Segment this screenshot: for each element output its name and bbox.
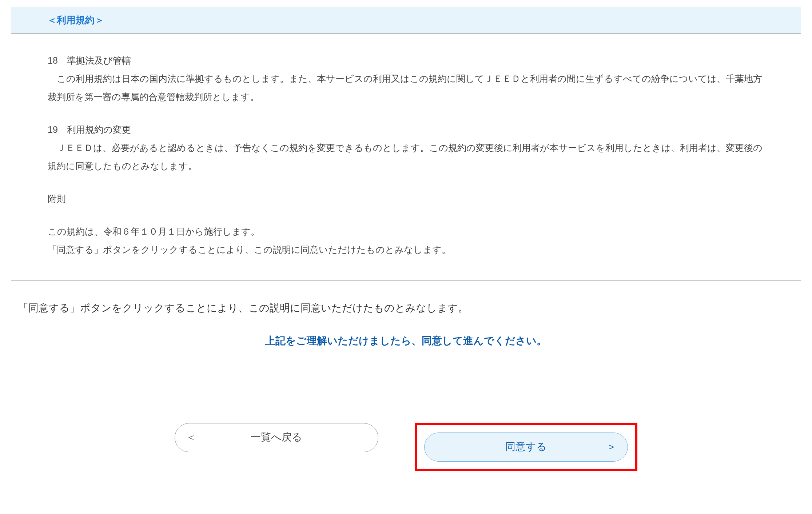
agree-button[interactable]: 同意する ＞ xyxy=(424,433,628,462)
terms-supplement: 附則 xyxy=(48,190,764,208)
terms-content: 18 準拠法及び管轄 この利用規約は日本の国内法に準拠するものとします。また、本… xyxy=(48,33,764,259)
proceed-note-text: 上記をご理解いただけましたら、同意して進んでください。 xyxy=(265,335,547,346)
terms-section-19: 19 利用規約の変更 ＪＥＥＤは、必要があると認めるときは、予告なくこの規約を変… xyxy=(48,120,764,175)
agree-button-label: 同意する xyxy=(505,438,547,456)
consent-note: 「同意する」ボタンをクリックすることにより、この説明に同意いただけたものとみなし… xyxy=(18,299,801,317)
terms-section-18: 18 準拠法及び管轄 この利用規約は日本の国内法に準拠するものとします。また、本… xyxy=(48,51,764,106)
terms-supplement-body: この規約は、令和６年１０月１日から施行します。 「同意する」ボタンをクリックする… xyxy=(48,222,764,259)
page-container: ＜利用規約＞ 18 準拠法及び管轄 この利用規約は日本の国内法に準拠するものとし… xyxy=(0,0,812,489)
terms-header: ＜利用規約＞ xyxy=(11,7,801,33)
supplement-line: 「同意する」ボタンをクリックすることにより、この説明に同意いただけたものとみなし… xyxy=(48,240,764,259)
chevron-left-icon: ＜ xyxy=(186,428,196,446)
consent-note-text: 「同意する」ボタンをクリックすることにより、この説明に同意いただけたものとみなし… xyxy=(18,302,468,314)
terms-scroll-box[interactable]: 18 準拠法及び管轄 この利用規約は日本の国内法に準拠するものとします。また、本… xyxy=(11,33,801,281)
back-button-label: 一覧へ戻る xyxy=(251,428,302,446)
back-button[interactable]: ＜ 一覧へ戻る xyxy=(175,423,378,452)
button-row: ＜ 一覧へ戻る 同意する ＞ xyxy=(11,423,801,482)
chevron-right-icon: ＞ xyxy=(606,438,617,456)
proceed-note: 上記をご理解いただけましたら、同意して進んでください。 xyxy=(11,332,801,350)
agree-highlight-frame: 同意する ＞ xyxy=(415,423,637,471)
supplement-line: この規約は、令和６年１０月１日から施行します。 xyxy=(48,222,764,240)
section-body: この利用規約は日本の国内法に準拠するものとします。また、本サービスの利用又はこの… xyxy=(48,69,764,106)
section-title: 18 準拠法及び管轄 xyxy=(48,51,764,69)
supplement-title: 附則 xyxy=(48,190,764,208)
terms-header-label: ＜利用規約＞ xyxy=(47,15,104,25)
section-body: ＪＥＥＤは、必要があると認めるときは、予告なくこの規約を変更できるものとします。… xyxy=(48,139,764,175)
section-title: 19 利用規約の変更 xyxy=(48,120,764,139)
